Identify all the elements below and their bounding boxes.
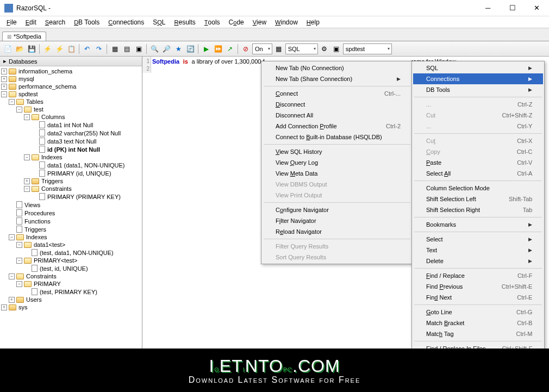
ctx-sub-delete[interactable]: Delete▶ (413, 256, 543, 266)
ctx-add-profile[interactable]: Add Connection ProfileCtrl-2 (263, 121, 411, 132)
tree-leaf[interactable]: Procedures (1, 209, 141, 217)
tool-db-icon[interactable]: ▣ (331, 43, 342, 54)
tool-find-icon[interactable]: 🔍 (149, 43, 160, 54)
menu-tools[interactable]: Tools (200, 17, 224, 27)
ctx-sub-find[interactable]: Find / ReplaceCtrl-F (413, 270, 543, 281)
menu-help[interactable]: Help (302, 17, 324, 27)
tree-leaf[interactable]: data1 (data1, NON-UNIQUE) (1, 161, 141, 169)
tool-undo-icon[interactable]: ↶ (82, 43, 92, 54)
tree-node[interactable]: −Indexes (1, 233, 141, 241)
tool-refresh-icon[interactable]: 🔄 (185, 43, 196, 54)
tool-settings-icon[interactable]: ⚙ (319, 43, 330, 54)
tree-node[interactable]: −PRIMARY<test> (1, 257, 141, 264)
ctx-new-tab-nc[interactable]: New Tab (No Connection) (263, 63, 411, 73)
ctx-sub-connections[interactable]: Connections▶ (413, 73, 543, 84)
combo-on[interactable]: On (252, 43, 272, 54)
ctx-connect[interactable]: ConnectCtrl-... (263, 88, 411, 99)
tool-grid-icon[interactable]: ▤ (121, 43, 132, 54)
ctx-sub-sql[interactable]: SQL▶ (413, 63, 543, 73)
ctx-sub-goto[interactable]: Goto LineCtrl-G (413, 307, 543, 318)
tool-star-icon[interactable]: ★ (173, 43, 184, 54)
tree-leaf[interactable]: Functions (1, 217, 141, 225)
ctx-configure-nav[interactable]: Configure Navigator (263, 204, 411, 215)
ctx-builtin-db[interactable]: Connect to Built-in Database (HSQLDB) (263, 132, 411, 142)
combo-profile[interactable]: spdtest (343, 43, 392, 54)
tree-leaf[interactable]: data2 varchar(255) Not Null (1, 129, 141, 137)
tree-leaf[interactable]: Triggers (1, 225, 141, 233)
ctx-new-tab-sc[interactable]: New Tab (Share Connection)▶ (263, 73, 411, 84)
menu-window[interactable]: Window (271, 17, 302, 27)
ctx-sub-dbtools[interactable]: DB Tools▶ (413, 84, 543, 95)
tree-leaf[interactable]: id (PK) int Not Null (1, 145, 141, 153)
ctx-sub-text[interactable]: Text▶ (413, 245, 543, 256)
tree-node[interactable]: +Users (1, 296, 141, 303)
combo-sql[interactable]: SQL (285, 43, 318, 54)
menu-search[interactable]: Search (41, 17, 70, 27)
menu-results[interactable]: Results (170, 17, 200, 27)
ctx-filter-nav[interactable]: Filter Navigator (263, 215, 411, 226)
menu-connections[interactable]: Connections (104, 17, 148, 27)
tree-leaf[interactable]: data3 text Not Null (1, 137, 141, 145)
tree-node[interactable]: +mysql (1, 75, 141, 83)
tool-disconnect-icon[interactable]: ⚡ (54, 43, 65, 54)
ctx-sub-paste[interactable]: PasteCtrl-V (413, 157, 543, 168)
tree-node[interactable]: −Constraints (1, 272, 141, 280)
tree-leaf[interactable]: PRIMARY (PRIMARY KEY) (1, 192, 141, 201)
tree-node[interactable]: +performance_schema (1, 83, 141, 90)
ctx-sub-mbracket[interactable]: Match BracketCtrl-B (413, 318, 543, 328)
menu-file[interactable]: File (2, 17, 21, 27)
close-button[interactable]: ✕ (525, 0, 549, 16)
close-tab-icon[interactable]: ⊠ (7, 34, 11, 40)
tool-table-icon[interactable]: ▦ (109, 43, 120, 54)
ctx-sub-colsel[interactable]: Column Selection Mode (413, 183, 543, 194)
tree-node[interactable]: +sys (1, 303, 141, 311)
menu-edit[interactable]: Edit (21, 17, 41, 27)
tree-leaf[interactable]: Views (1, 201, 141, 209)
tree-node[interactable]: +information_schema (1, 67, 141, 75)
tree-leaf[interactable]: (test, PRIMARY KEY) (1, 288, 141, 296)
tool-cancel-icon[interactable]: ⊘ (240, 43, 251, 54)
tool-copy-icon[interactable]: 📋 (66, 43, 77, 54)
tool-runall-icon[interactable]: ⏩ (213, 43, 223, 54)
menu-view[interactable]: View (248, 17, 271, 27)
menu-sql[interactable]: SQL (148, 17, 170, 27)
tree-node[interactable]: −Tables (1, 98, 141, 105)
tree-node[interactable]: −test (1, 105, 141, 113)
tree-node[interactable]: −Columns (1, 113, 141, 121)
tree-node[interactable]: −spdtest (1, 90, 141, 98)
tool-redo-icon[interactable]: ↷ (93, 43, 104, 54)
tree-leaf[interactable]: PRIMARY (id, UNIQUE) (1, 169, 141, 177)
tree-leaf[interactable]: (test, data1, NON-UNIQUE) (1, 248, 141, 257)
ctx-sub-select[interactable]: Select▶ (413, 234, 543, 245)
tree-leaf[interactable]: (test, id, UNIQUE) (1, 264, 141, 272)
maximize-button[interactable]: ☐ (500, 0, 525, 16)
ctx-query-log[interactable]: View Query Log (263, 157, 411, 168)
tool-open-icon[interactable]: 📂 (14, 43, 25, 54)
ctx-sql-history[interactable]: View SQL History (263, 146, 411, 157)
ctx-sub-shiftright[interactable]: Shift Selection RightTab (413, 204, 543, 215)
tool-findnext-icon[interactable]: 🔎 (161, 43, 172, 54)
ctx-sub-findprev[interactable]: Find PreviousCtrl+Shift-E (413, 281, 543, 292)
ctx-sub-mtag[interactable]: Match TagCtrl-M (413, 328, 543, 339)
tree-node[interactable]: −data1<test> (1, 241, 141, 248)
ctx-meta-data[interactable]: View Meta Data (263, 168, 411, 179)
tree-node[interactable]: +Triggers (1, 177, 141, 185)
tool-data-icon[interactable]: ▣ (133, 43, 144, 54)
ctx-reload-nav[interactable]: Reload Navigator (263, 226, 411, 237)
ctx-disconnect-all[interactable]: Disconnect All (263, 110, 411, 121)
menu-code[interactable]: Code (224, 17, 248, 27)
tree-node[interactable]: −Indexes (1, 153, 141, 161)
ctx-sub-shiftleft[interactable]: Shift Selection LeftShift-Tab (413, 194, 543, 204)
ctx-sub-selectall[interactable]: Select AllCtrl-A (413, 168, 543, 179)
tool-save-icon[interactable]: 💾 (26, 43, 37, 54)
tool-run-icon[interactable]: ▶ (201, 43, 211, 54)
tree-node[interactable]: −PRIMARY (1, 280, 141, 288)
menu-dbtools[interactable]: DB Tools (70, 17, 104, 27)
tool-misc-icon[interactable]: ▦ (273, 43, 284, 54)
ctx-sub-bookmarks[interactable]: Bookmarks▶ (413, 219, 543, 230)
ctx-disconnect[interactable]: Disconnect (263, 99, 411, 110)
tree-leaf[interactable]: data1 int Not Null (1, 121, 141, 129)
tool-new-icon[interactable]: 📄 (2, 43, 13, 54)
ctx-sub-findnext[interactable]: Find NextCtrl-E (413, 292, 543, 303)
file-tab[interactable]: ⊠ *Softpedia (2, 32, 46, 41)
